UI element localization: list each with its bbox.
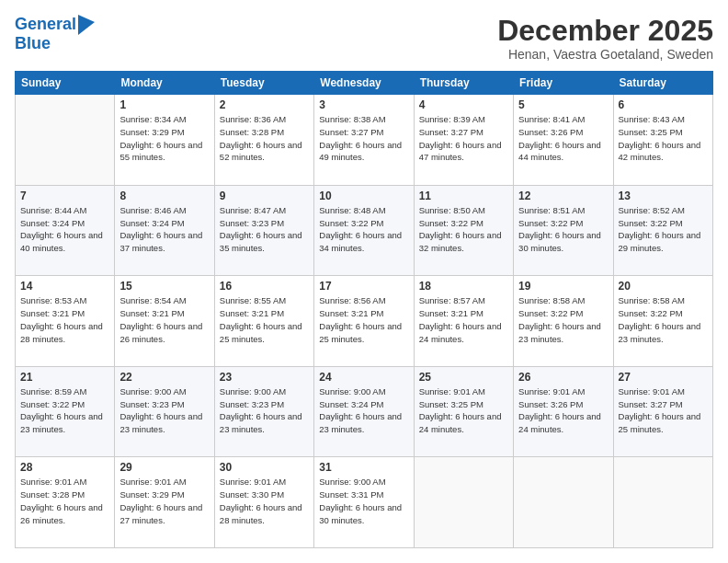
calendar-week-3: 21Sunrise: 8:59 AM Sunset: 3:22 PM Dayli… — [16, 366, 713, 457]
table-row: 18Sunrise: 8:57 AM Sunset: 3:21 PM Dayli… — [414, 276, 513, 367]
day-info: Sunrise: 9:01 AM Sunset: 3:28 PM Dayligh… — [20, 476, 109, 526]
day-info: Sunrise: 8:41 AM Sunset: 3:26 PM Dayligh… — [518, 113, 608, 164]
day-info: Sunrise: 8:55 AM Sunset: 3:21 PM Dayligh… — [220, 294, 309, 345]
day-number: 2 — [220, 98, 309, 111]
title-block: December 2025 Henan, Vaestra Goetaland, … — [497, 15, 713, 62]
calendar-week-4: 28Sunrise: 9:01 AM Sunset: 3:28 PM Dayli… — [16, 457, 713, 548]
day-number: 14 — [20, 280, 109, 293]
day-number: 23 — [220, 371, 309, 384]
table-row: 19Sunrise: 8:58 AM Sunset: 3:22 PM Dayli… — [514, 276, 613, 367]
day-info: Sunrise: 9:01 AM Sunset: 3:25 PM Dayligh… — [419, 385, 508, 436]
logo: General Blue — [15, 15, 95, 53]
table-row: 28Sunrise: 9:01 AM Sunset: 3:28 PM Dayli… — [16, 457, 115, 548]
table-row: 26Sunrise: 9:01 AM Sunset: 3:26 PM Dayli… — [514, 366, 613, 457]
day-number: 10 — [319, 190, 408, 202]
calendar-title: December 2025 — [497, 15, 713, 47]
day-info: Sunrise: 9:01 AM Sunset: 3:30 PM Dayligh… — [220, 476, 309, 526]
day-info: Sunrise: 8:51 AM Sunset: 3:22 PM Dayligh… — [518, 204, 608, 255]
day-number: 11 — [419, 190, 508, 202]
table-row: 1Sunrise: 8:34 AM Sunset: 3:29 PM Daylig… — [115, 95, 214, 186]
day-number: 22 — [119, 371, 209, 384]
day-number: 4 — [419, 98, 508, 111]
day-number: 26 — [518, 371, 608, 384]
svg-marker-0 — [78, 15, 95, 35]
day-number: 17 — [319, 280, 408, 293]
calendar-week-1: 7Sunrise: 8:44 AM Sunset: 3:24 PM Daylig… — [16, 185, 713, 276]
table-row: 24Sunrise: 9:00 AM Sunset: 3:24 PM Dayli… — [314, 366, 414, 457]
day-number: 29 — [119, 461, 209, 474]
day-number: 6 — [619, 98, 708, 111]
table-row: 13Sunrise: 8:52 AM Sunset: 3:22 PM Dayli… — [613, 185, 712, 276]
calendar-table: Sunday Monday Tuesday Wednesday Thursday… — [15, 71, 713, 548]
day-number: 13 — [619, 190, 708, 202]
table-row: 21Sunrise: 8:59 AM Sunset: 3:22 PM Dayli… — [16, 366, 115, 457]
day-number: 28 — [20, 461, 109, 474]
col-saturday: Saturday — [613, 72, 712, 95]
page: General Blue December 2025 Henan, Vaestr… — [0, 0, 728, 563]
day-info: Sunrise: 8:56 AM Sunset: 3:21 PM Dayligh… — [319, 294, 408, 345]
day-info: Sunrise: 8:59 AM Sunset: 3:22 PM Dayligh… — [20, 385, 109, 436]
table-row: 14Sunrise: 8:53 AM Sunset: 3:21 PM Dayli… — [16, 276, 115, 367]
table-row: 23Sunrise: 9:00 AM Sunset: 3:23 PM Dayli… — [214, 366, 313, 457]
day-number: 9 — [220, 190, 309, 202]
col-friday: Friday — [514, 72, 613, 95]
table-row: 4Sunrise: 8:39 AM Sunset: 3:27 PM Daylig… — [414, 95, 513, 186]
day-number: 25 — [419, 371, 508, 384]
day-info: Sunrise: 9:00 AM Sunset: 3:23 PM Dayligh… — [119, 385, 209, 436]
calendar-subtitle: Henan, Vaestra Goetaland, Sweden — [497, 47, 713, 62]
day-info: Sunrise: 8:48 AM Sunset: 3:22 PM Dayligh… — [319, 204, 408, 255]
header-row: Sunday Monday Tuesday Wednesday Thursday… — [16, 72, 713, 95]
col-sunday: Sunday — [16, 72, 115, 95]
table-row: 22Sunrise: 9:00 AM Sunset: 3:23 PM Dayli… — [115, 366, 214, 457]
day-info: Sunrise: 8:38 AM Sunset: 3:27 PM Dayligh… — [319, 113, 408, 164]
day-number: 5 — [518, 98, 608, 111]
table-row: 7Sunrise: 8:44 AM Sunset: 3:24 PM Daylig… — [16, 185, 115, 276]
col-thursday: Thursday — [414, 72, 513, 95]
table-row: 8Sunrise: 8:46 AM Sunset: 3:24 PM Daylig… — [115, 185, 214, 276]
day-number: 21 — [20, 371, 109, 384]
table-row — [414, 457, 513, 548]
table-row: 17Sunrise: 8:56 AM Sunset: 3:21 PM Dayli… — [314, 276, 414, 367]
day-info: Sunrise: 8:47 AM Sunset: 3:23 PM Dayligh… — [220, 204, 309, 255]
col-wednesday: Wednesday — [314, 72, 414, 95]
day-info: Sunrise: 8:36 AM Sunset: 3:28 PM Dayligh… — [220, 113, 309, 164]
day-number: 12 — [518, 190, 608, 202]
day-number: 19 — [518, 280, 608, 293]
day-info: Sunrise: 8:44 AM Sunset: 3:24 PM Dayligh… — [20, 204, 109, 255]
day-info: Sunrise: 9:01 AM Sunset: 3:29 PM Dayligh… — [119, 476, 209, 526]
table-row: 3Sunrise: 8:38 AM Sunset: 3:27 PM Daylig… — [314, 95, 414, 186]
table-row: 30Sunrise: 9:01 AM Sunset: 3:30 PM Dayli… — [214, 457, 313, 548]
table-row — [16, 95, 115, 186]
logo-icon — [78, 15, 95, 35]
day-info: Sunrise: 9:01 AM Sunset: 3:27 PM Dayligh… — [619, 385, 708, 436]
header: General Blue December 2025 Henan, Vaestr… — [15, 15, 713, 62]
day-number: 24 — [319, 371, 408, 384]
logo-text-line2: Blue — [15, 35, 95, 53]
day-number: 8 — [119, 190, 209, 202]
day-number: 30 — [220, 461, 309, 474]
day-info: Sunrise: 8:57 AM Sunset: 3:21 PM Dayligh… — [419, 294, 508, 345]
table-row: 11Sunrise: 8:50 AM Sunset: 3:22 PM Dayli… — [414, 185, 513, 276]
calendar-week-0: 1Sunrise: 8:34 AM Sunset: 3:29 PM Daylig… — [16, 95, 713, 186]
table-row: 25Sunrise: 9:01 AM Sunset: 3:25 PM Dayli… — [414, 366, 513, 457]
table-row: 31Sunrise: 9:00 AM Sunset: 3:31 PM Dayli… — [314, 457, 414, 548]
table-row: 16Sunrise: 8:55 AM Sunset: 3:21 PM Dayli… — [214, 276, 313, 367]
calendar-week-2: 14Sunrise: 8:53 AM Sunset: 3:21 PM Dayli… — [16, 276, 713, 367]
day-number: 18 — [419, 280, 508, 293]
col-monday: Monday — [115, 72, 214, 95]
table-row: 6Sunrise: 8:43 AM Sunset: 3:25 PM Daylig… — [613, 95, 712, 186]
day-info: Sunrise: 8:34 AM Sunset: 3:29 PM Dayligh… — [119, 113, 209, 164]
day-number: 7 — [20, 190, 109, 202]
day-number: 16 — [220, 280, 309, 293]
table-row — [613, 457, 712, 548]
day-number: 15 — [119, 280, 209, 293]
day-info: Sunrise: 8:53 AM Sunset: 3:21 PM Dayligh… — [20, 294, 109, 345]
day-number: 27 — [619, 371, 708, 384]
col-tuesday: Tuesday — [214, 72, 313, 95]
table-row: 10Sunrise: 8:48 AM Sunset: 3:22 PM Dayli… — [314, 185, 414, 276]
day-number: 1 — [119, 98, 209, 111]
table-row: 9Sunrise: 8:47 AM Sunset: 3:23 PM Daylig… — [214, 185, 313, 276]
day-info: Sunrise: 9:00 AM Sunset: 3:23 PM Dayligh… — [220, 385, 309, 436]
logo-text-line1: General — [15, 16, 76, 34]
table-row: 15Sunrise: 8:54 AM Sunset: 3:21 PM Dayli… — [115, 276, 214, 367]
